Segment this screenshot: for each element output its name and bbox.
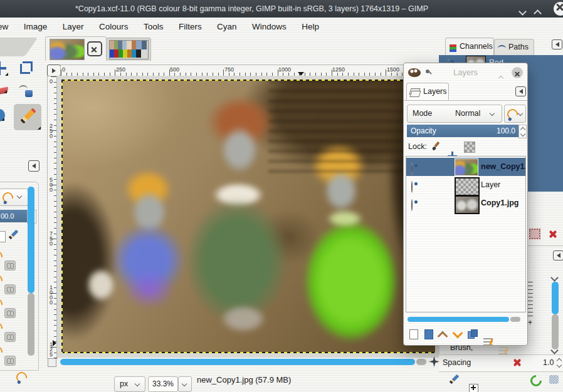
minimize-icon[interactable] (520, 6, 525, 17)
chain-link-icon[interactable] (4, 308, 16, 318)
chain-link-icon[interactable] (4, 260, 16, 271)
menu-colours[interactable]: Colours (93, 18, 135, 36)
new-brush-button[interactable] (469, 384, 478, 392)
zoom-input[interactable]: 33.3% (148, 376, 178, 392)
visibility-eye-icon[interactable] (411, 199, 413, 211)
ruler-corner-button[interactable] (47, 64, 61, 76)
menu-view-clipped[interactable]: ew (0, 18, 14, 36)
layers-scrollbar-thumb[interactable] (408, 317, 509, 322)
image-tab-active[interactable] (45, 36, 107, 61)
image-tab-palette[interactable] (106, 38, 151, 61)
canvas-image[interactable] (61, 80, 435, 353)
opacity-slider[interactable]: Opacity 100.0 (407, 125, 518, 137)
layer-thumbnail (455, 177, 480, 196)
toolbox-collapse-button[interactable] (28, 160, 39, 172)
lock-paint-icon[interactable] (431, 142, 441, 151)
menu-layer[interactable]: Layer (56, 18, 90, 36)
tab-channels[interactable]: Channels (445, 38, 494, 56)
zoom-value: 33.3% (152, 379, 174, 388)
tool-options-scrollbar[interactable] (28, 187, 34, 293)
open-brush-button[interactable] (549, 375, 559, 384)
unit-dropdown[interactable]: px (114, 376, 145, 392)
linked-option-row (0, 274, 8, 294)
menu-cyan[interactable]: Cyan (211, 18, 243, 36)
refresh-brushes-button[interactable] (528, 373, 544, 388)
layers-tab[interactable]: Layers (406, 83, 449, 101)
layer-name: new_Copy1.jp (481, 162, 526, 171)
channel-to-selection-icon[interactable] (529, 229, 540, 239)
menu-help[interactable]: Help (295, 18, 325, 36)
quick-mask-toggle[interactable] (48, 358, 56, 367)
menu-windows[interactable]: Windows (246, 18, 293, 36)
horizontal-scrollbar-thumb[interactable] (60, 359, 415, 365)
lower-layer-button[interactable] (453, 328, 463, 339)
eraser-tool-button[interactable] (0, 88, 8, 94)
ruler-label: 250 (48, 123, 54, 138)
visibility-eye-icon[interactable] (411, 181, 413, 193)
new-layer-button[interactable] (409, 329, 418, 339)
mode-dropdown[interactable]: Mode Normal (407, 105, 502, 123)
move-tool-button[interactable] (0, 60, 9, 76)
dock-menu-button[interactable] (552, 39, 562, 49)
crop-tool-button[interactable] (19, 60, 34, 75)
menu-filters[interactable]: Filters (172, 18, 208, 36)
edit-brush-button[interactable] (449, 374, 459, 384)
layer-row[interactable]: Copy1.jpg (406, 194, 525, 212)
chain-link-icon[interactable] (4, 332, 16, 342)
layers-dialog[interactable]: Layers Layers Mode Normal Opacity 100.0 (403, 63, 528, 346)
crop-icon (19, 60, 34, 75)
layers-menu-button[interactable] (515, 86, 526, 96)
lock-alpha-icon[interactable] (464, 142, 475, 153)
layer-row[interactable]: Layer (406, 176, 525, 194)
tab-paths[interactable]: Paths (494, 39, 534, 56)
horizontal-ruler[interactable]: 0 250 500 750 1000 1250 1500 (60, 64, 440, 76)
spacing-spinner[interactable] (555, 356, 562, 369)
tool-options-scrollbar-track[interactable] (28, 293, 34, 356)
dialog-minimize-icon[interactable] (499, 71, 503, 83)
layers-button-row (404, 326, 527, 344)
channels-icon (450, 44, 457, 52)
image-tab-thumbnail (50, 39, 85, 60)
chain-link-icon[interactable] (4, 284, 16, 294)
raise-layer-button[interactable] (438, 331, 448, 342)
tool-opacity-slider[interactable]: 00.0 (0, 210, 27, 222)
opacity-spinner[interactable] (518, 125, 527, 138)
dialog-close-icon[interactable] (512, 67, 523, 78)
layers-dialog-titlebar[interactable]: Layers (404, 63, 527, 82)
pencil-tool-button[interactable] (14, 104, 41, 130)
new-layer-group-button[interactable] (424, 329, 433, 339)
canvas-viewport[interactable] (56, 76, 439, 358)
ink-tool-button[interactable] (19, 84, 34, 99)
close-icon[interactable] (554, 2, 563, 16)
layer-boundary-top (61, 80, 435, 81)
merge-layer-button[interactable] (483, 338, 493, 347)
brushes-scrollbar-thumb[interactable] (552, 282, 559, 314)
layer-mask-button[interactable] (498, 347, 508, 356)
edit-brush-icon[interactable] (8, 230, 18, 240)
duplicate-layer-button[interactable] (468, 329, 477, 338)
mode-switch-button[interactable] (504, 105, 526, 123)
visibility-eye-icon[interactable] (411, 163, 413, 175)
layers-list[interactable]: new_Copy1.jp Layer Copy1.jpg (406, 156, 526, 312)
close-tab-button[interactable] (87, 41, 102, 56)
zoom-dropdown-button[interactable] (178, 376, 192, 392)
delete-channel-icon[interactable] (549, 230, 557, 237)
layer-row-selected[interactable]: new_Copy1.jp (406, 158, 525, 176)
chevron-down-icon (182, 381, 187, 386)
delete-layer-button[interactable] (513, 358, 521, 366)
brush-preview[interactable] (0, 231, 6, 242)
menu-tools[interactable]: Tools (137, 18, 170, 36)
layer-name: Layer (481, 180, 500, 189)
reset-icon (1, 190, 16, 205)
chain-link-icon[interactable] (4, 356, 16, 366)
blur-tool-button[interactable] (0, 109, 5, 121)
undo-history-icon[interactable] (14, 370, 29, 385)
opacity-label: Opacity (411, 126, 436, 135)
menu-image[interactable]: Image (18, 18, 54, 36)
brushes-menu-button[interactable] (553, 250, 563, 260)
layers-scrollbar-track[interactable] (408, 316, 522, 322)
mode-reset-button[interactable] (0, 188, 28, 206)
brush-plus-label: + (528, 318, 532, 327)
linked-option-row (0, 297, 8, 318)
horizontal-scrollbar-track[interactable] (58, 358, 429, 366)
